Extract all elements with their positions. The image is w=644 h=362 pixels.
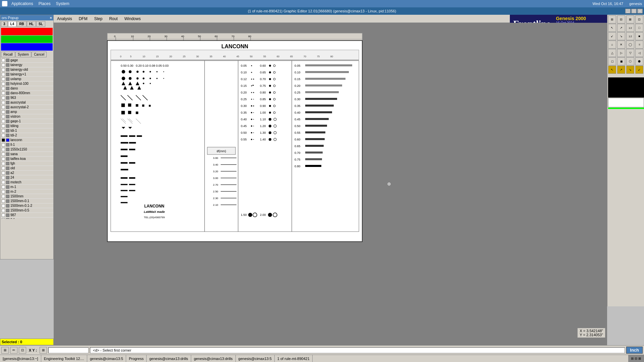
task-terminal[interactable]: [genesis@cimax13:~] [0,355,41,362]
xy-icon[interactable]: ⊞ [40,347,47,354]
layer-checkbox[interactable] [2,124,5,128]
tb-btn-3[interactable]: ⊠ [626,15,634,23]
layer-checkbox[interactable] [2,120,5,123]
layer-checkbox[interactable] [2,134,5,137]
bt-icon-1[interactable]: ⊞ [1,347,9,354]
tb-btn-6[interactable]: ↗ [617,24,625,32]
minimize-button[interactable]: _ [625,9,631,13]
tb-btn-9[interactable]: ↙ [608,32,616,40]
tb-btn-11[interactable]: 1:2 [626,32,634,40]
layer-checkbox[interactable] [2,68,5,71]
tb-btn-gold-3[interactable]: ↘ [626,66,634,74]
bt-icon-2[interactable]: ✏ [10,347,17,354]
layer-checkbox[interactable] [2,209,5,212]
task-drills-2[interactable]: genesis@cimax13:drills [191,355,236,362]
layer-checkbox[interactable] [2,190,5,193]
layer-item[interactable]: m-2 [0,189,53,194]
layer-checkbox[interactable] [2,204,5,207]
tb-btn-gold-1[interactable]: ↖ [608,66,616,74]
layer-checkbox[interactable] [2,110,5,114]
taskbar-system[interactable]: System [55,1,71,6]
task-drills-1[interactable]: genesis@cimax13:drills [147,355,191,362]
layer-checkbox[interactable] [2,181,5,184]
menu-dfm[interactable]: DFM [75,16,91,22]
layer-checkbox[interactable] [2,92,5,95]
layer-item[interactable]: taiflex-koa [0,157,53,161]
layer-checkbox[interactable] [2,106,5,109]
layer-item[interactable]: 963 [0,96,53,100]
tb-btn-24[interactable]: ⬢ [635,57,643,65]
task-genesis-5b[interactable]: genesis@cimax13:5 [236,355,275,362]
recall-button[interactable]: Recall [1,52,15,57]
layer-checkbox[interactable] [2,96,5,100]
layer-checkbox[interactable] [2,101,5,104]
layer-checkbox[interactable] [2,157,5,161]
layer-item[interactable]: 1500mm-0.5 [0,208,53,213]
layer-item[interactable]: 24 [0,175,53,180]
layer-item[interactable]: m-1 [0,185,53,189]
tb-btn-4[interactable]: ⊡ [635,15,643,23]
tb-btn-15[interactable]: ◯ [626,41,634,49]
layer-checkbox[interactable] [2,138,5,142]
tb-btn-gold-4[interactable]: ↙ [635,66,643,74]
layer-item[interactable]: gaqe-1 [0,119,53,124]
layer-checkbox[interactable] [2,82,5,85]
tb-btn-gold-2[interactable]: ↗ [617,66,625,74]
layer-item[interactable]: dano-800mm [0,91,53,96]
tb-btn-16[interactable]: ⌗ [635,41,643,49]
layer-item[interactable]: old [0,166,53,171]
layer-checkbox[interactable] [2,218,5,219]
tb-btn-8[interactable]: □ [635,24,643,32]
taskbar-applications[interactable]: Applications [10,1,35,6]
layer-item[interactable]: sana [0,152,53,157]
color-green[interactable] [1,36,53,43]
layer-checkbox[interactable] [2,199,5,203]
unit-button[interactable]: Inch [626,347,643,354]
layer-item[interactable]: vistron [0,114,53,119]
taskbar-places[interactable]: Places [37,1,52,6]
layer-item[interactable]: auocrystal-2 [0,105,53,110]
menu-rout[interactable]: Rout [106,16,121,22]
menu-analysis[interactable]: Analysis [54,16,75,22]
menu-step[interactable]: Step [91,16,106,22]
layer-item[interactable]: ll-1 [0,142,53,147]
layer-item[interactable]: 987 [0,213,53,218]
tb-btn-1[interactable]: ⊞ [608,15,616,23]
tab-3[interactable]: 3 [1,21,8,27]
layer-item[interactable]: 1550x1150 [0,147,53,152]
layer-checkbox[interactable] [2,77,5,81]
layer-item[interactable]: 1500mm [0,194,53,199]
close-button[interactable]: × [637,9,643,13]
layer-item[interactable]: tainergy-old [0,67,53,72]
layer-checkbox[interactable] [2,59,5,62]
tb-btn-17[interactable]: △ [608,49,616,57]
maximize-button[interactable]: □ [631,9,637,13]
layer-item[interactable]: 1500mm-0.1 [0,199,53,203]
system-button[interactable]: System [15,52,31,57]
xy-input[interactable] [48,347,89,353]
layer-item[interactable]: holyinst-100 [0,81,53,86]
layer-item[interactable]: gage [0,58,53,63]
tb-btn-7[interactable]: 1:2 [626,24,634,32]
menu-windows[interactable]: Windows [121,16,144,22]
tb-btn-12[interactable]: ■ [635,32,643,40]
tb-btn-14[interactable]: ✕ [617,41,625,49]
layer-item[interactable]: dano [0,86,53,91]
layer-checkbox[interactable] [2,115,5,118]
layer-checkbox[interactable] [2,214,5,217]
tb-btn-2[interactable]: ⊟ [617,15,625,23]
layer-checkbox[interactable] [2,148,5,151]
color-red[interactable] [1,28,53,35]
layer-item[interactable]: fgh [0,161,53,166]
layer-item[interactable]: motech [0,180,53,185]
layer-item[interactable]: tdi-1 [0,128,53,133]
layer-checkbox[interactable] [2,87,5,90]
tab-hl[interactable]: HL [27,21,36,27]
tb-btn-10[interactable]: ↘ [617,32,625,40]
layer-item[interactable]: tainergy+1 [0,72,53,77]
layer-item[interactable]: auocrystal [0,100,53,105]
layer-checkbox[interactable] [2,143,5,146]
layer-item[interactable]: uvlamp [0,77,53,81]
layer-checkbox[interactable] [2,153,5,156]
layer-item[interactable]: a2 [0,171,53,175]
